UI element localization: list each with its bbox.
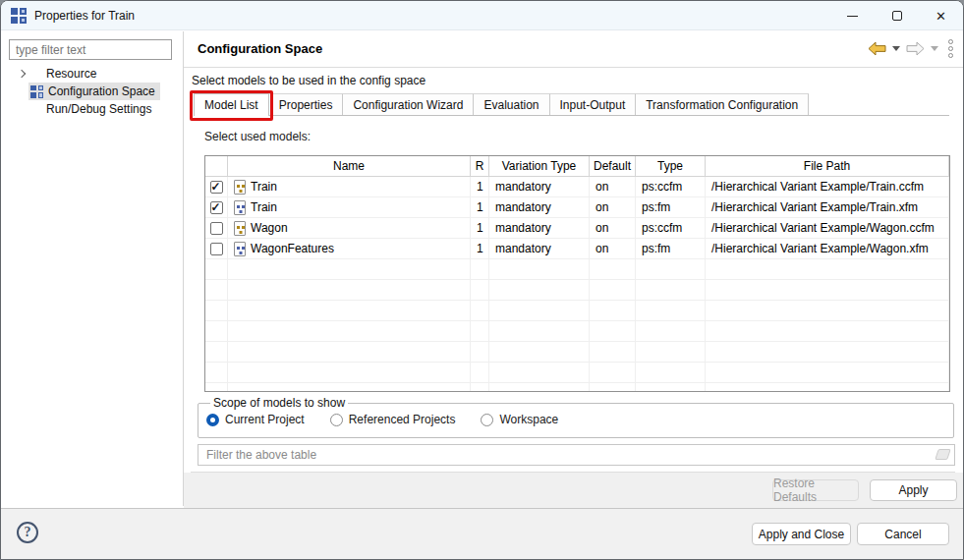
column-header-default[interactable]: Default — [590, 156, 636, 177]
radio-icon[interactable] — [206, 414, 219, 426]
bottom-bar: ? Apply and Close Cancel — [1, 509, 963, 559]
apply-button[interactable]: Apply — [870, 479, 957, 501]
sidebar-divider — [183, 31, 184, 506]
column-header-name[interactable]: Name — [228, 156, 471, 177]
table-filter — [198, 444, 955, 466]
table-body: Train 1 mandatory on ps:ccfm /Hierarchic… — [205, 177, 949, 392]
model-variation-type: mandatory — [489, 218, 590, 239]
table-row[interactable]: Train 1 mandatory on ps:ccfm /Hierarchic… — [205, 177, 949, 197]
back-arrow-icon[interactable] — [868, 41, 886, 56]
model-variation-type: mandatory — [489, 177, 590, 197]
tree-item-run-debug-settings[interactable]: Run/Debug Settings — [1, 100, 183, 118]
tab-bar: Model List Properties Configuration Wiza… — [194, 93, 949, 116]
maximize-button[interactable] — [875, 1, 919, 30]
sidebar-filter-input[interactable] — [9, 39, 172, 60]
sidebar: Resource Configuration Space Run/Debug S… — [1, 31, 183, 506]
column-header-checkbox[interactable] — [205, 156, 228, 177]
tab-evaluation[interactable]: Evaluation — [474, 93, 549, 115]
tree-item-label: Run/Debug Settings — [46, 102, 151, 116]
models-table-label: Select used models: — [204, 130, 311, 143]
table-empty-row — [205, 301, 949, 321]
table-filter-input[interactable] — [198, 444, 955, 466]
radio-icon[interactable] — [481, 414, 493, 426]
column-header-type[interactable]: Type — [636, 156, 706, 177]
tab-input-output[interactable]: Input-Output — [550, 93, 637, 115]
restore-defaults-button[interactable]: Restore Defaults — [772, 479, 859, 501]
model-r: 1 — [471, 218, 489, 239]
radio-label[interactable]: Referenced Projects — [349, 413, 456, 426]
row-checkbox[interactable] — [210, 181, 223, 194]
scope-legend: Scope of models to show — [210, 396, 348, 410]
ccfm-model-icon — [234, 180, 246, 195]
tree-item-label: Configuration Space — [48, 84, 155, 98]
header-divider — [184, 67, 963, 68]
model-file-path: /Hierarchical Variant Example/Wagon.ccfm — [706, 218, 949, 239]
model-variation-type: mandatory — [489, 197, 590, 218]
tab-properties[interactable]: Properties — [269, 93, 344, 115]
nav-tools — [868, 39, 953, 58]
radio-referenced-projects[interactable]: Referenced Projects — [330, 413, 456, 426]
model-type: ps:ccfm — [636, 177, 706, 197]
model-variation-type: mandatory — [489, 239, 590, 259]
row-checkbox[interactable] — [210, 243, 223, 255]
minimize-button[interactable] — [830, 1, 875, 30]
table-empty-row — [205, 363, 949, 383]
model-name: Train — [251, 200, 277, 214]
table-empty-row — [205, 280, 949, 301]
minimize-icon — [847, 16, 858, 17]
radio-workspace[interactable]: Workspace — [481, 413, 558, 426]
tab-label: Model List — [204, 98, 258, 112]
cancel-button[interactable]: Cancel — [857, 523, 949, 545]
apply-and-close-button[interactable]: Apply and Close — [752, 523, 851, 545]
page-description: Select models to be used in the config s… — [192, 74, 425, 87]
tab-configuration-wizard[interactable]: Configuration Wizard — [343, 93, 474, 115]
radio-label[interactable]: Workspace — [499, 413, 558, 426]
model-default: on — [590, 218, 636, 239]
close-button[interactable]: ✕ — [919, 1, 963, 30]
configuration-space-icon — [30, 85, 43, 98]
table-row[interactable]: Train 1 mandatory on ps:fm /Hierarchical… — [205, 197, 949, 218]
tab-label: Evaluation — [483, 98, 539, 112]
model-name: Wagon — [251, 221, 288, 235]
row-checkbox[interactable] — [210, 222, 223, 235]
scope-group: Scope of models to show Current Project … — [198, 396, 954, 438]
radio-icon[interactable] — [330, 414, 343, 426]
tab-label: Transformation Configuration — [646, 98, 798, 112]
table-header-row: Name R Variation Type Default Type File … — [205, 156, 949, 177]
tab-label: Properties — [279, 98, 333, 112]
app-logo-icon — [11, 8, 27, 24]
back-history-dropdown-icon[interactable] — [892, 46, 900, 51]
radio-current-project[interactable]: Current Project — [206, 413, 305, 426]
tab-label: Input-Output — [560, 98, 626, 112]
column-header-file-path[interactable]: File Path — [706, 156, 949, 177]
models-table: Name R Variation Type Default Type File … — [204, 155, 950, 392]
table-empty-row — [205, 321, 949, 342]
column-header-r[interactable]: R — [471, 156, 489, 177]
model-default: on — [590, 177, 636, 197]
model-type: ps:fm — [636, 239, 706, 259]
tree-item-configuration-space[interactable]: Configuration Space — [28, 83, 160, 100]
model-default: on — [590, 239, 636, 259]
radio-label[interactable]: Current Project — [225, 413, 305, 426]
close-icon: ✕ — [936, 10, 946, 23]
forward-history-dropdown-icon[interactable] — [931, 46, 938, 51]
table-empty-row — [205, 259, 949, 280]
tab-transformation-configuration[interactable]: Transformation Configuration — [636, 93, 809, 115]
page-title: Configuration Space — [198, 41, 322, 56]
forward-arrow-icon[interactable] — [906, 41, 925, 56]
model-file-path: /Hierarchical Variant Example/Wagon.xfm — [706, 239, 949, 259]
model-name: WagonFeatures — [251, 242, 334, 255]
row-checkbox[interactable] — [210, 201, 223, 214]
view-menu-icon[interactable] — [944, 39, 953, 58]
ccfm-model-icon — [234, 221, 246, 236]
model-default: on — [590, 197, 636, 218]
table-row[interactable]: Wagon 1 mandatory on ps:ccfm /Hierarchic… — [205, 218, 949, 239]
chevron-right-icon[interactable] — [18, 70, 26, 78]
model-r: 1 — [471, 177, 489, 197]
tree-item-resource[interactable]: Resource — [1, 65, 183, 83]
properties-tree: Resource Configuration Space Run/Debug S… — [1, 65, 183, 118]
tab-model-list[interactable]: Model List — [194, 93, 269, 116]
help-icon[interactable]: ? — [17, 522, 38, 543]
column-header-variation-type[interactable]: Variation Type — [489, 156, 590, 177]
table-row[interactable]: WagonFeatures 1 mandatory on ps:fm /Hier… — [205, 239, 949, 259]
